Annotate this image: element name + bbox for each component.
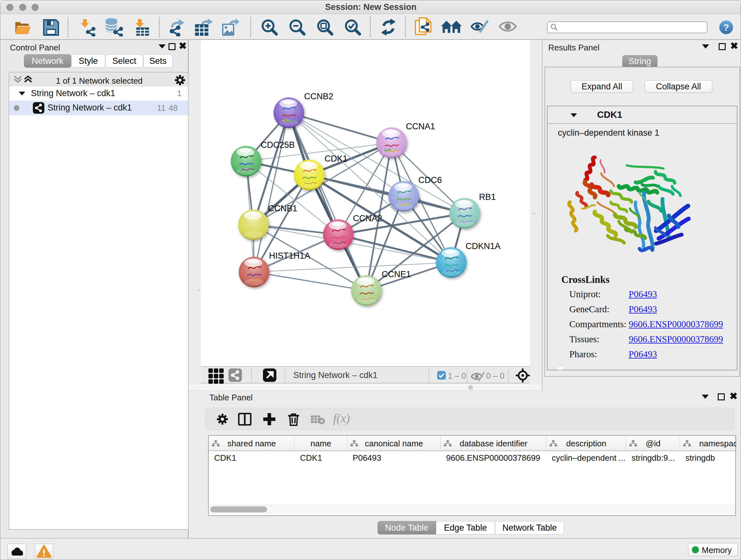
svg-text:CDKN1A: CDKN1A	[466, 241, 501, 251]
svg-text:CCNB2: CCNB2	[304, 91, 333, 101]
svg-text:HIST1H1A: HIST1H1A	[269, 251, 310, 260]
svg-text:CCNB1: CCNB1	[268, 204, 297, 213]
svg-text:CCNE1: CCNE1	[382, 269, 411, 279]
svg-text:CDC25B: CDC25B	[261, 140, 295, 150]
svg-text:CDC6: CDC6	[418, 175, 442, 185]
svg-text:CDK1: CDK1	[325, 154, 347, 164]
svg-text:CCNA2: CCNA2	[353, 213, 382, 223]
svg-text:CCNA1: CCNA1	[406, 122, 435, 131]
svg-text:RB1: RB1	[479, 192, 496, 202]
